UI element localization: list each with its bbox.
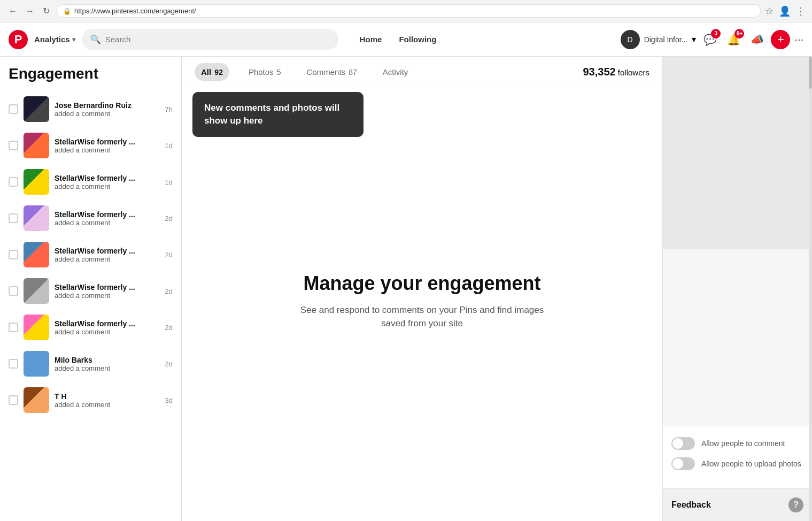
activity-time: 7h — [165, 105, 173, 113]
menu-icon[interactable]: ⋮ — [796, 5, 806, 17]
activity-name: StellarWise formerly ... — [55, 137, 160, 146]
right-panel-content — [663, 57, 812, 426]
following-nav-link[interactable]: Following — [392, 30, 443, 48]
refresh-button[interactable]: ↻ — [41, 4, 52, 18]
activity-name: Milo Barks — [55, 356, 160, 364]
activity-checkbox[interactable] — [9, 177, 18, 187]
tab-comments-count: 87 — [349, 68, 357, 76]
user-avatar[interactable]: D — [621, 30, 640, 49]
feedback-label: Feedback — [671, 500, 711, 510]
activity-thumb — [24, 169, 49, 195]
megaphone-button[interactable]: 📣 — [747, 30, 767, 49]
activity-name: StellarWise formerly ... — [55, 247, 160, 255]
list-item[interactable]: StellarWise formerly ... added a comment… — [0, 127, 181, 164]
activity-info: T H added a comment — [55, 392, 160, 409]
center-panel: All 92 Photos 5 Comments 87 Activity 93,… — [182, 57, 662, 521]
activity-action: added a comment — [55, 292, 160, 300]
chat-button[interactable]: 💬 3 — [700, 30, 720, 49]
activity-action: added a comment — [55, 110, 160, 118]
list-item[interactable]: StellarWise formerly ... added a comment… — [0, 309, 181, 346]
tabs-bar: All 92 Photos 5 Comments 87 Activity 93,… — [182, 57, 662, 81]
main-content: Engagement Jose Bernardino Ruiz added a … — [0, 57, 812, 521]
url-text: https://www.pinterest.com/engagement/ — [74, 7, 196, 15]
activity-info: Jose Bernardino Ruiz added a comment — [55, 101, 160, 118]
allow-comment-toggle[interactable] — [671, 437, 695, 450]
activity-info: StellarWise formerly ... added a comment — [55, 247, 160, 263]
analytics-button[interactable]: Analytics — [34, 35, 75, 44]
list-item[interactable]: T H added a comment 3d — [0, 382, 181, 418]
activity-info: Milo Barks added a comment — [55, 356, 160, 372]
activity-checkbox[interactable] — [9, 359, 18, 369]
tab-comments-label: Comments — [307, 67, 348, 76]
tab-all[interactable]: All 92 — [195, 63, 229, 81]
tab-photos-label: Photos — [249, 67, 276, 76]
toggles-section: Allow people to comment Allow people to … — [663, 426, 812, 488]
search-box[interactable]: 🔍 — [82, 29, 338, 50]
activity-action: added a comment — [55, 328, 160, 336]
left-panel: Engagement Jose Bernardino Ruiz added a … — [0, 57, 182, 521]
engage-title: Manage your engagement — [303, 272, 540, 295]
browser-chrome: ← → ↻ 🔒 https://www.pinterest.com/engage… — [0, 0, 812, 22]
tab-activity[interactable]: Activity — [376, 63, 415, 81]
activity-action: added a comment — [55, 146, 160, 154]
activity-time: 1d — [165, 142, 173, 150]
address-bar[interactable]: 🔒 https://www.pinterest.com/engagement/ — [56, 4, 761, 18]
list-item[interactable]: StellarWise formerly ... added a comment… — [0, 200, 181, 236]
allow-photos-toggle[interactable] — [671, 457, 695, 470]
tab-comments[interactable]: Comments 87 — [300, 63, 364, 81]
allow-photos-row: Allow people to upload photos — [671, 457, 803, 470]
activity-thumb — [24, 387, 49, 413]
activity-name: StellarWise formerly ... — [55, 283, 160, 292]
feedback-question-button[interactable]: ? — [788, 497, 803, 512]
forward-button[interactable]: → — [24, 4, 36, 18]
followers-count: 93,352 followers — [583, 66, 649, 78]
tooltip-text: New comments and photos will show up her… — [204, 103, 339, 126]
activity-thumb — [24, 133, 49, 158]
activity-checkbox[interactable] — [9, 213, 18, 223]
profile-icon[interactable]: 👤 — [779, 5, 791, 17]
tab-all-label: All — [201, 67, 213, 76]
right-panel: Allow people to comment Allow people to … — [662, 57, 812, 521]
tooltip-box: New comments and photos will show up her… — [192, 92, 364, 137]
activity-name: Jose Bernardino Ruiz — [55, 101, 160, 110]
allow-comment-row: Allow people to comment — [671, 437, 803, 450]
right-scrollbar[interactable] — [809, 57, 812, 521]
list-item[interactable]: StellarWise formerly ... added a comment… — [0, 236, 181, 273]
followers-label: followers — [618, 68, 649, 77]
activity-checkbox[interactable] — [9, 395, 18, 405]
star-icon[interactable]: ☆ — [765, 5, 774, 17]
activity-name: StellarWise formerly ... — [55, 174, 160, 182]
notif-badge: 9+ — [734, 29, 744, 39]
activity-time: 3d — [165, 396, 173, 404]
activity-name: StellarWise formerly ... — [55, 319, 160, 328]
pinterest-logo[interactable]: P — [9, 30, 28, 49]
user-chevron-icon[interactable] — [692, 34, 696, 44]
activity-checkbox[interactable] — [9, 286, 18, 296]
scrollbar-thumb[interactable] — [809, 57, 812, 89]
tab-photos[interactable]: Photos 5 — [242, 63, 288, 81]
tab-photos-count: 5 — [277, 68, 281, 76]
activity-action: added a comment — [55, 255, 160, 263]
list-item[interactable]: StellarWise formerly ... added a comment… — [0, 273, 181, 309]
search-icon: 🔍 — [90, 34, 101, 44]
notifications-button[interactable]: 🔔 9+ — [724, 30, 743, 49]
add-button[interactable]: + — [771, 30, 790, 49]
more-button[interactable]: ··· — [794, 33, 803, 45]
activity-time: 2d — [165, 287, 173, 295]
activity-thumb — [24, 96, 49, 122]
home-nav-link[interactable]: Home — [353, 30, 389, 48]
activity-checkbox[interactable] — [9, 323, 18, 332]
list-item[interactable]: Milo Barks added a comment 2d — [0, 346, 181, 382]
search-input[interactable] — [105, 35, 330, 44]
activity-info: StellarWise formerly ... added a comment — [55, 319, 160, 336]
activity-checkbox[interactable] — [9, 250, 18, 259]
back-button[interactable]: ← — [6, 4, 19, 18]
allow-photos-label: Allow people to upload photos — [701, 459, 801, 468]
activity-checkbox[interactable] — [9, 104, 18, 114]
list-item[interactable]: StellarWise formerly ... added a comment… — [0, 164, 181, 200]
list-item[interactable]: Jose Bernardino Ruiz added a comment 7h — [0, 91, 181, 127]
activity-thumb — [24, 351, 49, 377]
activity-checkbox[interactable] — [9, 141, 18, 150]
activity-name: T H — [55, 392, 160, 401]
user-name-button[interactable]: Digital Infor... — [644, 35, 688, 44]
